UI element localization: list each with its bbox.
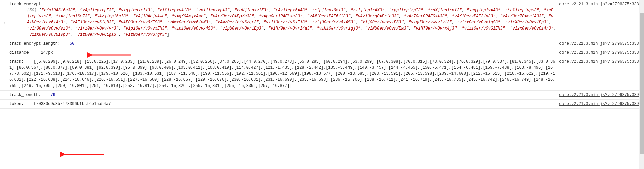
log-value: 247px	[41, 50, 53, 55]
scrollbar-thumb[interactable]	[640, 13, 644, 154]
console-row-track-encrypt-length[interactable]: track_encrypt_length: 50 core.v2.21.3.mi…	[0, 39, 644, 48]
console-row-track[interactable]: track: [[6,0,209],[9,0,218],[13,0,226],[…	[0, 57, 644, 91]
source-link[interactable]: core.v2.21.3.min.js?v=2796375:3390	[559, 92, 641, 98]
source-link[interactable]: core.v2.21.3.min.js?v=2796375:3389	[559, 59, 641, 65]
log-label: token:	[9, 102, 24, 106]
source-link[interactable]: core.v2.21.3.min.js?v=2796375:3386	[559, 1, 641, 7]
log-label: track_encrypt:	[9, 2, 43, 7]
log-label: distance:	[9, 50, 31, 55]
source-link[interactable]: core.v2.21.3.min.js?v=2796375:3391	[559, 101, 641, 107]
array-count: (50)	[27, 8, 37, 13]
console-row-track-length[interactable]: track_length: 79 core.v2.21.3.min.js?v=2…	[0, 91, 644, 100]
scrollbar-track[interactable]	[639, 0, 644, 169]
expand-triangle-icon[interactable]: ▸	[3, 20, 6, 26]
log-value: 79	[50, 93, 55, 97]
log-value: f70380c9c3b7478396b1bcf6e15a54a7	[34, 102, 111, 106]
console-row-distance[interactable]: distance: 247px core.v2.21.3.min.js?v=27…	[0, 48, 644, 57]
log-value: 50	[70, 41, 74, 46]
array-items: "r/ai0ASi6c33", "vApjiepxrpF3", "viqjiep…	[27, 8, 556, 37]
source-link[interactable]: core.v2.21.3.min.js?v=2796375:3387	[559, 41, 641, 47]
annotation-arrow-2	[60, 150, 107, 158]
console-row-token[interactable]: token: f70380c9c3b7478396b1bcf6e15a54a7 …	[0, 100, 644, 109]
log-label: track_encrypt_length:	[9, 41, 60, 46]
console-row-track-encrypt[interactable]: ▸ track_encrypt: (50) ["r/ai0ASi6c33", "…	[0, 0, 644, 39]
log-label: track:	[9, 59, 24, 64]
log-label: track_length:	[9, 93, 41, 97]
source-link[interactable]: core.v2.21.3.min.js?v=2796375:3388	[559, 50, 641, 56]
log-value: [[6,0,209],[9,0,218],[13,0,226],[17,0,23…	[9, 59, 555, 88]
